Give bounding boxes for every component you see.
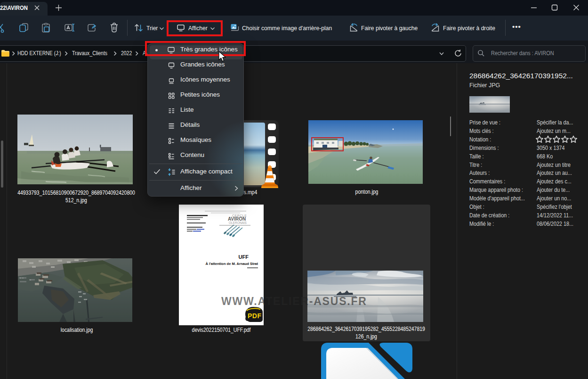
svg-text:OLERONAIS: OLERONAIS — [229, 221, 247, 224]
svg-text:À l'attention de M. Arnaud Str: À l'attention de M. Arnaud Strat — [205, 262, 258, 266]
svg-text:PDF: PDF — [248, 312, 262, 320]
svg-text:UFF: UFF — [239, 254, 249, 260]
